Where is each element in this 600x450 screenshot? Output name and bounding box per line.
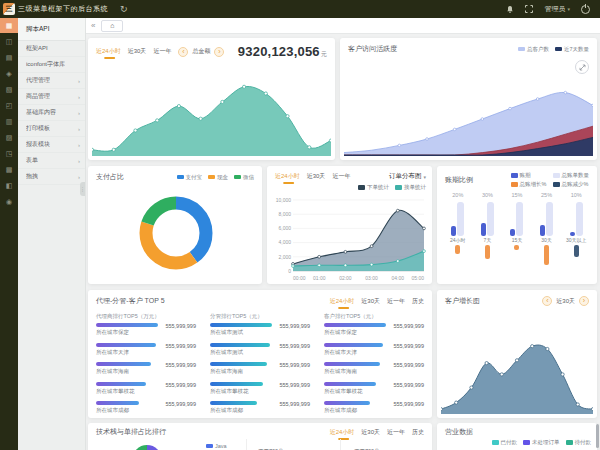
growth-next-button[interactable]: ›: [579, 296, 589, 306]
layers-icon[interactable]: ▥: [0, 114, 18, 129]
growth-area-chart[interactable]: [441, 314, 593, 414]
divider: [246, 439, 247, 450]
growth-prev-button[interactable]: ‹: [542, 296, 552, 306]
orders-type-select[interactable]: 订单分布图▾: [389, 172, 426, 181]
table-row[interactable]: 555,999,999所在城市成都: [96, 401, 196, 420]
metric-next-button[interactable]: ›: [214, 47, 224, 57]
legend-item[interactable]: 总账单数量: [553, 172, 590, 179]
sidebar-item-商品管理[interactable]: 商品管理›: [18, 89, 85, 105]
tab-近30天[interactable]: 近30天: [361, 428, 380, 437]
tab-近24小时[interactable]: 近24小时: [275, 172, 300, 181]
goods-icon[interactable]: ◰: [0, 98, 18, 113]
legend-item[interactable]: 已付款: [492, 439, 518, 446]
ratio-group-15天[interactable]: 15%15天: [502, 192, 532, 282]
scrollbar-thumb[interactable]: [596, 424, 599, 448]
table-row[interactable]: 555,999,999所在城市成都: [210, 401, 310, 420]
tab-近24小时[interactable]: 近24小时: [96, 47, 121, 56]
tab-近一年[interactable]: 近一年: [332, 172, 350, 181]
legend-swatch: [206, 444, 213, 449]
payment-donut-chart[interactable]: [133, 190, 219, 276]
tab-近一年[interactable]: 近一年: [387, 297, 405, 306]
sidebar-item-框架API[interactable]: 框架API: [18, 41, 85, 57]
tab-近一年[interactable]: 近一年: [153, 47, 171, 56]
user-menu[interactable]: 管理员 ▾: [544, 4, 570, 14]
legend-item[interactable]: 微信: [234, 174, 254, 181]
table-row[interactable]: 555,999,999所在城市保定: [96, 323, 196, 342]
ratio-small-bar: [481, 223, 486, 236]
dashboard-icon[interactable]: ▦: [0, 18, 18, 33]
legend-item[interactable]: 现金: [208, 174, 228, 181]
bell-icon[interactable]: [506, 5, 514, 14]
tab-近30天[interactable]: 近30天: [361, 297, 380, 306]
table-row[interactable]: 555,999,999所在城市天津: [324, 343, 424, 362]
ratio-group-30天以上[interactable]: 10%30天以上: [561, 192, 591, 282]
tab-近30天[interactable]: 近30天: [307, 172, 326, 181]
tab-历史[interactable]: 历史: [412, 428, 424, 437]
legend-item[interactable]: 总账增长%: [511, 181, 547, 188]
table-row[interactable]: 555,999,999所在城市攀枝花: [210, 382, 310, 401]
fullscreen-icon[interactable]: [525, 5, 533, 13]
settings-icon[interactable]: ◉: [0, 194, 18, 209]
legend-item[interactable]: 下单统计: [358, 184, 389, 191]
ratio-group-24小时[interactable]: 20%24小时: [443, 192, 473, 282]
legend-item[interactable]: 待付款: [566, 439, 592, 446]
app-logo-icon[interactable]: 三: [3, 3, 15, 15]
report-icon[interactable]: ◳: [0, 146, 18, 161]
chart-icon[interactable]: ▤: [0, 50, 18, 65]
table-row[interactable]: 555,999,999所在城市海南: [210, 362, 310, 381]
table-row[interactable]: 555,999,999所在城市海南: [96, 362, 196, 381]
sidebar-item-打印模板[interactable]: 打印模板›: [18, 121, 85, 137]
sidebar-item-拖拽[interactable]: 拖拽›: [18, 169, 85, 185]
sidebar-collapse-icon[interactable]: «: [91, 22, 95, 30]
activity-area-chart[interactable]: [344, 68, 593, 156]
tools-icon[interactable]: ▧: [0, 82, 18, 97]
table-row[interactable]: 555,999,999所在城市成都: [324, 401, 424, 420]
ratio-group-30天[interactable]: 25%30天: [532, 192, 562, 282]
legend-item[interactable]: 近7天数量: [555, 46, 589, 53]
legend-item[interactable]: 账期: [511, 172, 547, 179]
legend-item[interactable]: 总客户数: [518, 46, 549, 53]
print-icon[interactable]: ▨: [0, 130, 18, 145]
sidebar-item-基础库内容[interactable]: 基础库内容›: [18, 105, 85, 121]
table-row[interactable]: 555,999,999所在城市攀枝花: [96, 382, 196, 401]
favorite-icon[interactable]: ◧: [0, 178, 18, 193]
metric-prev-button[interactable]: ‹: [178, 47, 188, 57]
ratio-group-7天[interactable]: 30%7天: [473, 192, 503, 282]
legend-item[interactable]: 支付宝: [177, 174, 203, 181]
legend-item[interactable]: 未处理订单: [523, 439, 560, 446]
monitor-icon[interactable]: ◫: [0, 34, 18, 49]
svg-text:6,000: 6,000: [278, 225, 291, 231]
orders-line-chart[interactable]: 02,0004,0006,0008,00010,00000:0001:0002:…: [269, 194, 430, 282]
tab-近24小时[interactable]: 近24小时: [330, 428, 355, 437]
home-tab[interactable]: ⌂: [101, 20, 123, 32]
legend-item[interactable]: Java: [206, 443, 227, 449]
table-row[interactable]: 555,999,999所在城市天津: [96, 343, 196, 362]
refresh-icon[interactable]: ↻: [120, 5, 128, 14]
sidebar-item-代理管理[interactable]: 代理管理›: [18, 73, 85, 89]
table-row[interactable]: 555,999,999所在城市海南: [324, 362, 424, 381]
orders-tabs: 近24小时近30天近一年: [275, 172, 350, 181]
sidebar-item-报表模块[interactable]: 报表模块›: [18, 137, 85, 153]
tab-近24小时[interactable]: 近24小时: [330, 297, 355, 306]
users-icon[interactable]: ◈: [0, 66, 18, 81]
ratio-below-bar: [514, 245, 519, 250]
tab-近一年[interactable]: 近一年: [387, 428, 405, 437]
sidebar-item-表单[interactable]: 表单›: [18, 153, 85, 169]
top5-bar: [96, 362, 151, 366]
logout-icon[interactable]: [581, 5, 590, 14]
table-row[interactable]: 555,999,999所在城市测试: [210, 343, 310, 362]
table-row[interactable]: 555,999,999所在城市测试: [210, 323, 310, 342]
menu-collapse-handle[interactable]: ⋮: [80, 182, 85, 196]
form-icon[interactable]: ▩: [0, 162, 18, 177]
table-row[interactable]: 555,999,999所在城市保定: [324, 323, 424, 342]
legend-item[interactable]: 接单统计: [395, 184, 426, 191]
sidebar-item-iconfont字体库[interactable]: iconfont字体库: [18, 57, 85, 73]
revenue-area-chart[interactable]: [92, 66, 331, 156]
tech-donut-chart[interactable]: [132, 445, 162, 450]
ratio-bar-chart[interactable]: 20%24小时30%7天15%15天25%30天10%30天以上: [443, 192, 591, 282]
table-row[interactable]: 555,999,999所在城市攀枝花: [324, 382, 424, 401]
legend-item[interactable]: 总账减少%: [553, 181, 590, 188]
tab-历史[interactable]: 历史: [412, 297, 424, 306]
tab-近30天[interactable]: 近30天: [128, 47, 147, 56]
zoom-restore-icon[interactable]: [575, 60, 589, 74]
